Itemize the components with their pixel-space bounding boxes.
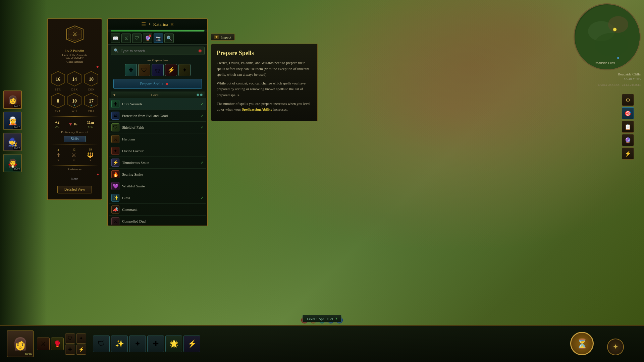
- weapon-slot-2[interactable]: 12 ⚔ ▼: [71, 148, 76, 162]
- hp-bar-fill: [111, 30, 205, 32]
- portrait-char3[interactable]: 🧙 12/12: [3, 133, 22, 151]
- prepared-spell-shield-faith[interactable]: ⚝: [152, 64, 164, 76]
- spell-icon-heroism: ⚔: [111, 135, 119, 143]
- notification-icon: ●: [96, 64, 99, 69]
- action-attack-button[interactable]: ⚔: [37, 338, 50, 350]
- spell-icon-compelled-duel: ⚔: [111, 217, 119, 225]
- prepared-spell-protection[interactable]: 🛡: [138, 64, 150, 76]
- inspect-button[interactable]: T Inspect: [211, 34, 235, 41]
- tooltip-body: Clerics, Druids, Paladins, and Wizards n…: [217, 60, 312, 113]
- spell-name-bless: Bless: [122, 196, 198, 200]
- passive-icon[interactable]: 🔮: [143, 34, 152, 43]
- spell-name-thunderous-smite: Thunderous Smite: [122, 161, 198, 165]
- spell-item-divine-favour[interactable]: ✦ Divine Favour: [109, 145, 206, 157]
- spell-icon-divine-favour: ✦: [111, 147, 119, 155]
- panel-top-icons: 📖 ⚔ 🛡 🔮 📷 🔍: [108, 32, 207, 45]
- spell-icon-shield-faith: 🛡: [111, 123, 119, 131]
- minimap[interactable]: Roadside Cliffs: [574, 3, 641, 70]
- weapon-arrow-1: ▼: [57, 159, 60, 162]
- stat-wis-hex: 10: [67, 93, 82, 109]
- search-bar: 🔍 ◉: [111, 47, 205, 55]
- spell-slot-check-icon: ▾: [335, 316, 337, 321]
- prepared-spell-cure-wounds[interactable]: ✚: [125, 64, 137, 76]
- spellbook-icon[interactable]: 📖: [111, 34, 120, 43]
- side-tool-1[interactable]: ⚙: [622, 94, 634, 106]
- stat-str-label: STR: [50, 88, 66, 91]
- search-input[interactable]: [121, 49, 196, 53]
- portrait-char4[interactable]: 🧛 12/12: [3, 154, 22, 172]
- hotbar-slot-5[interactable]: 🌟: [165, 336, 182, 352]
- spell-item-searing-smite[interactable]: 🔥 Searing Smite: [109, 169, 206, 180]
- svg-text:Roadside Cliffs: Roadside Cliffs: [595, 61, 615, 65]
- weapon-slot-1[interactable]: 4 🗡 ▼: [56, 148, 61, 162]
- spell-item-protection[interactable]: ☯ Protection from Evil and Good ✓: [109, 110, 206, 122]
- detailed-view-button[interactable]: Detailed View: [57, 186, 92, 193]
- portrait-char2[interactable]: 🧝 17/17: [3, 112, 22, 130]
- spell-item-wrathful-smite[interactable]: 💜 Wrathful Smite: [109, 180, 206, 192]
- spell-name-searing-smite: Searing Smite: [122, 172, 204, 176]
- weapon-arrow-2: ▼: [73, 159, 75, 162]
- prepare-spells-button[interactable]: Prepare Spells ● —: [113, 79, 202, 89]
- action-skill-1[interactable]: 🛡: [65, 334, 75, 344]
- action-shove-button[interactable]: 🥊: [51, 338, 64, 350]
- skills-button[interactable]: Skills: [64, 136, 86, 142]
- action-skill-2[interactable]: ✦: [76, 334, 86, 344]
- stat-int-label: INT: [50, 110, 66, 113]
- inspect-icon[interactable]: 🔍: [164, 34, 174, 43]
- panel-menu-button[interactable]: ☰: [141, 21, 146, 27]
- spell-item-command[interactable]: 📣 Command: [109, 204, 206, 216]
- prepared-spell-bless[interactable]: ✦: [178, 64, 191, 76]
- class-crest-icon: ⚔: [65, 24, 85, 44]
- hp-bar-container: [108, 29, 207, 32]
- notification-area: ●: [48, 63, 102, 69]
- spell-name-wrathful-smite: Wrathful Smite: [122, 184, 204, 188]
- panel-close-button[interactable]: ✕: [170, 22, 174, 27]
- spell-icon-command: 📣: [111, 205, 119, 214]
- svg-text:16: 16: [56, 77, 60, 82]
- heart-icon: ♥: [69, 122, 72, 127]
- spell-item-bless[interactable]: ✨ Bless ✓: [109, 192, 206, 204]
- spell-item-thunderous-smite[interactable]: ⚡ Thunderous Smite ✓: [109, 157, 206, 169]
- side-tool-5[interactable]: ⚡: [622, 147, 634, 160]
- side-tool-2[interactable]: 🎯: [622, 107, 634, 119]
- action-skill-3[interactable]: ✚: [65, 345, 75, 355]
- hotbar-slot-4[interactable]: ✚: [147, 336, 164, 352]
- bottom-portrait-main[interactable]: 👩 16/16: [7, 330, 34, 357]
- spells-panel: ☰ ✦ Katarina ✕ 📖 ⚔ 🛡 🔮 📷 🔍 🔍 ◉ — Prepare…: [107, 18, 208, 226]
- level-label: Level I: [151, 93, 161, 97]
- action-row-1: 🛡 ✦: [65, 334, 86, 344]
- hotbar-slot-2[interactable]: ✨: [111, 336, 128, 352]
- spell-item-compelled-duel[interactable]: ⚔ Compelled Duel: [109, 216, 206, 226]
- stats-grid: 16 STR 14 DEX 10 CON 8 INT: [48, 69, 102, 114]
- spell-item-shield-faith[interactable]: 🛡 Shield of Faith ✓: [109, 122, 206, 133]
- spell-item-cure-wounds[interactable]: ✚ Cure Wounds ✓: [109, 98, 206, 110]
- prepared-spell-thunderous[interactable]: ⚡: [165, 64, 177, 76]
- hotbar-slot-6[interactable]: ⚡: [183, 336, 200, 352]
- skills-tab-icon[interactable]: ⚔: [121, 34, 131, 43]
- equipment-icon[interactable]: 🛡: [132, 34, 142, 43]
- side-tool-3[interactable]: 📋: [622, 121, 634, 133]
- hotbar-slot-3[interactable]: ✦: [129, 336, 146, 352]
- character-background: Guild Artisan: [48, 60, 102, 63]
- hp-value: 16: [73, 122, 77, 127]
- filter-reset-icon[interactable]: ◉: [198, 48, 202, 53]
- level-header[interactable]: ▼ Level I: [111, 92, 205, 98]
- prepared-spells-row: ✚ 🛡 ⚝ ⚡ ✦: [111, 64, 205, 76]
- gold-button[interactable]: ✦: [607, 339, 624, 355]
- end-turn-button[interactable]: ⏳: [570, 332, 594, 355]
- stat-dex-hex: 14: [67, 71, 82, 87]
- stat-con-label: CON: [84, 88, 99, 91]
- hotbar-slot-1[interactable]: 🛡: [93, 336, 110, 352]
- side-tool-4[interactable]: 🔮: [622, 134, 634, 146]
- character-crest: ⚔: [48, 19, 102, 47]
- weapon-slot-3[interactable]: 19 🔱 ▼: [87, 148, 94, 162]
- tooltip-title: Prepare Spells: [217, 50, 312, 57]
- action-skill-4[interactable]: ⚡: [76, 345, 86, 355]
- action-sub-buttons: 🛡 ✦ ✚ ⚡: [65, 334, 86, 355]
- speed-stat: 11m SPD: [87, 120, 94, 128]
- spell-item-heroism[interactable]: ⚔ Heroism: [109, 133, 206, 145]
- camera-icon[interactable]: 📷: [154, 34, 163, 43]
- level-section: ▼ Level I: [108, 92, 207, 98]
- stat-str: 16 STR: [50, 71, 66, 91]
- portrait-katarina[interactable]: 👩 17/17: [3, 90, 22, 109]
